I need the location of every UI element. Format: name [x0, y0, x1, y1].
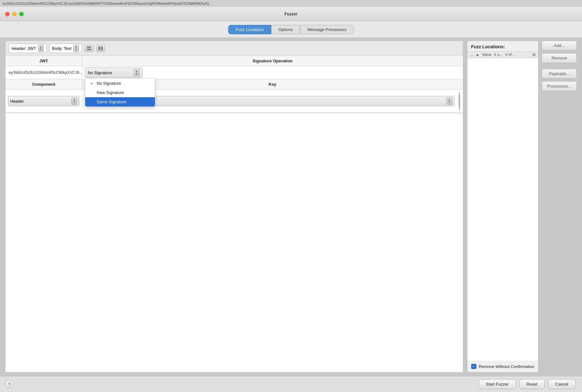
sig-stepper[interactable]: ▲ ▼: [134, 69, 140, 76]
right-section: Fuzz Locations: ... ▲ Value # o... # of …: [467, 41, 577, 372]
reset-button[interactable]: Reset: [519, 379, 545, 389]
sig-option-new-sig-label: New Signature: [97, 90, 124, 95]
component-cell: Header ▲ ▼: [5, 94, 82, 108]
signature-select[interactable]: No Signature ▲ ▼: [85, 67, 142, 78]
component-stepper[interactable]: ▲ ▼: [71, 98, 77, 105]
sig-op-col-header: Signature Operation: [82, 56, 463, 66]
svg-rect-3: [101, 46, 103, 50]
check-symbol: ✓: [472, 365, 475, 369]
jwt-col-header: JWT: [5, 56, 82, 66]
jwt-value-cell[interactable]: eyJhbGciOiJIUzI1NiIsInR5cCI6IkpXVCJ9... …: [5, 67, 82, 79]
signature-dropdown: ✓ No Signature New Signature Same Signat…: [85, 78, 155, 107]
sig-option-no-signature[interactable]: ✓ No Signature: [85, 79, 155, 88]
view-btn-2[interactable]: [96, 45, 105, 52]
minimize-button[interactable]: [12, 12, 17, 16]
maximize-button[interactable]: [19, 12, 24, 16]
main-content: Header: JWT ▲ ▼ Body: Text ▲ ▼: [0, 37, 582, 376]
body-select-label: Body: Text: [52, 46, 71, 51]
col-ellipsis: ...: [470, 52, 473, 57]
bottom-bar: ? Start Fuzzer Reset Cancel: [0, 376, 582, 392]
svg-rect-0: [87, 46, 91, 48]
sig-option-same-signature[interactable]: Same Signature: [85, 97, 155, 106]
header-select-label: Header: JWT: [12, 46, 36, 51]
sig-option-same-sig-label: Same Signature: [97, 99, 126, 104]
comp-key-row: Header ▲ ▼ typ ▲ ▼: [5, 90, 463, 113]
body-stepper[interactable]: ▲ ▼: [73, 45, 79, 52]
cancel-button[interactable]: Cancel: [548, 379, 576, 389]
remove-button[interactable]: Remove: [542, 53, 577, 63]
fuzz-locations-title: Fuzz Locations:: [467, 41, 538, 51]
left-toolbar: Header: JWT ▲ ▼ Body: Text ▲ ▼: [5, 41, 463, 56]
jwt-sig-header: JWT Signature Operation: [5, 56, 463, 66]
check-icon: ✓: [90, 81, 94, 86]
remove-confirmation-checkbox[interactable]: ✓: [471, 364, 476, 369]
left-panel: Header: JWT ▲ ▼ Body: Text ▲ ▼: [5, 41, 463, 372]
body-select[interactable]: Body: Text ▲ ▼: [49, 43, 82, 53]
no-check-icon-2: [90, 100, 94, 104]
processors-button[interactable]: Processors...: [542, 81, 577, 91]
add-button[interactable]: Add...: [542, 41, 577, 51]
svg-rect-1: [87, 49, 91, 50]
col-occurrences: # o...: [494, 52, 503, 57]
help-icon: ?: [8, 382, 11, 387]
sig-select-label: No Signature: [88, 70, 112, 75]
start-fuzzer-button[interactable]: Start Fuzzer: [479, 379, 516, 389]
help-button[interactable]: ?: [5, 380, 13, 388]
sig-option-new-signature[interactable]: New Signature: [85, 88, 155, 97]
right-buttons: Add... Remove Payloads... Processors...: [542, 41, 577, 372]
traffic-lights: [5, 12, 24, 16]
sig-op-cell: No Signature ▲ ▼ ✓ No Signature New Sign…: [82, 66, 463, 79]
col-of: # of ...: [505, 52, 516, 57]
col-grid-icon[interactable]: ⊞: [532, 52, 536, 57]
payloads-button[interactable]: Payloads...: [542, 69, 577, 79]
fuzz-locations-box: Fuzz Locations: ... ▲ Value # o... # of …: [467, 41, 538, 372]
remove-confirmation-label: Remove Without Confirmation: [479, 364, 534, 369]
component-value: Header: [10, 99, 24, 104]
no-check-icon: [90, 90, 94, 95]
svg-rect-2: [98, 46, 100, 50]
header-stepper[interactable]: ▲ ▼: [38, 45, 44, 52]
jwt-value-row: eyJhbGciOiJIUzI1NiIsInR5cCI6IkpXVCJ9... …: [5, 66, 463, 79]
col-value: Value: [482, 52, 492, 57]
jwt-value-text: eyJhbGciOiJIUzI1NiIsInR5cCI6IkpXVCJ9...: [9, 70, 82, 75]
title-bar: Fuzzer: [0, 7, 582, 21]
top-context-bar: eyJhbGciOiJIUzI1NiIsInR5cCI6IkpXVCJ9.eyJ…: [0, 0, 582, 7]
fuzz-table-body: [467, 58, 538, 361]
tab-fuzz-locations[interactable]: Fuzz Locations: [228, 25, 271, 34]
divider-dot: [458, 91, 460, 111]
col-arrow: ▲: [476, 52, 480, 57]
close-button[interactable]: [5, 12, 10, 16]
text-area-section[interactable]: [5, 113, 463, 372]
window-title: Fuzzer: [284, 12, 297, 16]
header-select[interactable]: Header: JWT ▲ ▼: [9, 43, 47, 53]
comp-key-header: Component Key: [5, 79, 463, 90]
component-col-header: Component: [5, 79, 82, 89]
tab-options[interactable]: Options: [271, 25, 300, 34]
sig-option-no-sig-label: No Signature: [97, 81, 121, 86]
key-stepper[interactable]: ▲ ▼: [447, 98, 452, 105]
top-context-text: eyJhbGciOiJIUzI1NiIsInR5cCI6IkpXVCJ9.eyJ…: [3, 2, 212, 5]
component-select[interactable]: Header ▲ ▼: [8, 96, 79, 106]
remove-without-confirmation-row: ✓ Remove Without Confirmation: [467, 361, 538, 372]
view-btn-1[interactable]: [85, 45, 93, 52]
tab-bar: Fuzz Locations Options Message Processor…: [0, 21, 582, 37]
tab-message-processors[interactable]: Message Processors: [300, 25, 353, 34]
fuzz-table-header: ... ▲ Value # o... # of ... ⊞: [467, 51, 538, 58]
